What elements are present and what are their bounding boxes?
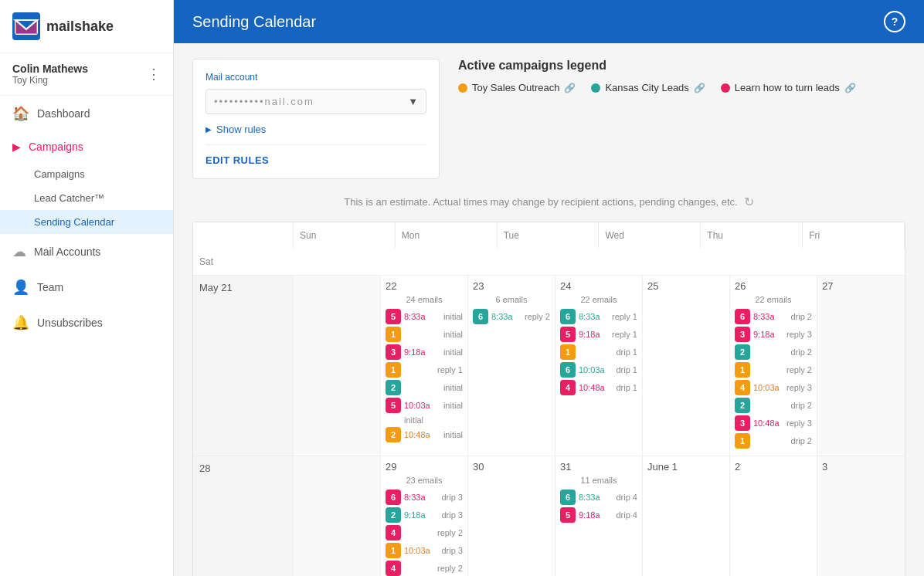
email-row: 1drip 2 bbox=[735, 433, 812, 449]
email-type: initial bbox=[443, 430, 463, 439]
legend-label-kansas-city: Kansas City Leads bbox=[605, 82, 688, 93]
legend-link-learn-how[interactable]: 🔗 bbox=[844, 83, 856, 93]
email-row: 1reply 2 bbox=[735, 362, 812, 378]
email-type: drip 2 bbox=[790, 401, 812, 410]
legend-title: Active campaigns legend bbox=[458, 59, 905, 73]
sidebar-item-sending-calendar[interactable]: Sending Calendar bbox=[0, 210, 173, 234]
col-header-sat: Sat bbox=[193, 249, 294, 275]
email-badge: 3 bbox=[735, 415, 750, 431]
col-header-empty bbox=[193, 222, 294, 249]
legend-label-toy-sales: Toy Sales Outreach bbox=[472, 82, 559, 93]
email-row: 59:18adrip 4 bbox=[560, 507, 637, 523]
sidebar-item-mail-accounts[interactable]: ☁ Mail Accounts bbox=[0, 234, 173, 269]
email-type: drip 2 bbox=[790, 312, 812, 321]
email-time: 8:33a bbox=[753, 312, 775, 321]
email-badge: 1 bbox=[735, 362, 750, 378]
email-badge: 5 bbox=[560, 327, 576, 342]
email-type: reply 3 bbox=[786, 383, 812, 392]
email-type: reply 1 bbox=[437, 365, 463, 374]
email-badge: 2 bbox=[386, 427, 401, 442]
email-badge: 5 bbox=[386, 309, 401, 324]
email-badge: 1 bbox=[386, 327, 401, 342]
email-count: 24 emails bbox=[386, 295, 463, 304]
col-header-tue: Tue bbox=[498, 222, 600, 249]
email-type: drip 4 bbox=[616, 510, 637, 520]
email-type: reply 2 bbox=[437, 528, 463, 537]
email-row: 68:33areply 1 bbox=[560, 309, 637, 324]
cal-day-june1: June 1 bbox=[643, 456, 730, 576]
day-number: 23 bbox=[473, 280, 550, 292]
calendar-week-1: May 21 22 24 emails 58:33ainitial 1initi… bbox=[193, 276, 905, 456]
day-number: 2 bbox=[735, 461, 812, 473]
email-type: initial bbox=[443, 312, 463, 321]
main-content: Sending Calendar ? Mail account ••••••••… bbox=[174, 0, 924, 576]
email-type: reply 1 bbox=[612, 312, 637, 321]
email-badge: 4 bbox=[735, 380, 750, 395]
email-badge: 3 bbox=[386, 344, 401, 360]
email-row: 68:33adrip 3 bbox=[386, 490, 463, 505]
sidebar-item-campaigns-sub[interactable]: Campaigns bbox=[0, 162, 173, 186]
sidebar-item-team[interactable]: 👤 Team bbox=[0, 269, 173, 305]
col-header-fri: Fri bbox=[803, 222, 905, 249]
page-title: Sending Calendar bbox=[192, 13, 316, 31]
sidebar-item-label: Mail Accounts bbox=[34, 246, 100, 258]
email-badge: 1 bbox=[386, 362, 401, 378]
sidebar-item-unsubscribes[interactable]: 🔔 Unsubscribes bbox=[0, 305, 173, 341]
sidebar-item-campaigns[interactable]: ▶ Campaigns bbox=[0, 131, 173, 162]
email-type: drip 3 bbox=[441, 546, 463, 555]
arrow-right-icon: ▶ bbox=[206, 125, 212, 134]
sidebar-item-lead-catcher[interactable]: Lead Catcher™ bbox=[0, 186, 173, 210]
email-row: 68:33areply 2 bbox=[473, 309, 550, 324]
email-type: drip 3 bbox=[441, 493, 463, 502]
day-number: 29 bbox=[386, 461, 463, 473]
sidebar: mailshake Colin Mathews Toy King ⋮ 🏠 Das… bbox=[0, 0, 174, 576]
email-time: 9:18a bbox=[404, 347, 426, 357]
legend-link-toy-sales[interactable]: 🔗 bbox=[564, 83, 576, 93]
email-time: 10:48a bbox=[753, 418, 780, 428]
nav-list: 🏠 Dashboard ▶ Campaigns Campaigns Lead C… bbox=[0, 96, 173, 341]
email-badge: 6 bbox=[473, 309, 488, 324]
email-row: 410:48adrip 1 bbox=[560, 380, 637, 395]
email-badge: 6 bbox=[560, 309, 576, 324]
mail-account-label: Mail account bbox=[206, 72, 426, 83]
email-time: 8:33a bbox=[579, 493, 600, 502]
sidebar-item-dashboard[interactable]: 🏠 Dashboard bbox=[0, 96, 173, 131]
email-type: initial bbox=[443, 383, 463, 392]
estimate-text: This is an estimate. Actual times may ch… bbox=[344, 196, 737, 208]
email-time: 8:33a bbox=[491, 312, 513, 321]
logo-text: mailshake bbox=[46, 19, 114, 35]
email-row: 2initial bbox=[386, 380, 463, 395]
day-number: 25 bbox=[647, 280, 725, 292]
cal-day-may21-sun bbox=[294, 276, 381, 456]
mailshake-logo-icon bbox=[12, 12, 40, 40]
user-menu-button[interactable]: ⋮ bbox=[147, 66, 161, 83]
email-time: 8:33a bbox=[579, 312, 600, 321]
edit-rules-button[interactable]: EDIT RULES bbox=[206, 144, 426, 166]
show-rules-toggle[interactable]: ▶ Show rules bbox=[206, 114, 426, 135]
col-header-thu: Thu bbox=[701, 222, 803, 249]
mail-account-select[interactable]: ••••••••••nail.com ▼ bbox=[206, 89, 426, 114]
email-badge: 4 bbox=[560, 380, 576, 395]
week-label-1: May 21 bbox=[193, 276, 294, 456]
cal-day-june3: 3 bbox=[817, 456, 905, 576]
top-section: Mail account ••••••••••nail.com ▼ ▶ Show… bbox=[192, 59, 905, 179]
email-time: 10:03a bbox=[404, 401, 430, 410]
cal-day-may29: 29 23 emails 68:33adrip 3 29:18adrip 3 4… bbox=[381, 456, 468, 576]
email-type: reply 1 bbox=[612, 330, 637, 339]
email-badge: 4 bbox=[386, 525, 401, 540]
refresh-icon[interactable]: ↻ bbox=[744, 195, 754, 209]
email-count: 11 emails bbox=[560, 476, 637, 485]
email-row: 310:48areply 3 bbox=[735, 415, 812, 431]
email-row: 610:03adrip 1 bbox=[560, 362, 637, 378]
email-row: 2drip 2 bbox=[735, 344, 812, 360]
email-time: 8:33a bbox=[404, 493, 426, 502]
help-button[interactable]: ? bbox=[884, 11, 905, 32]
calendar-header: Sun Mon Tue Wed Thu Fri Sat bbox=[193, 222, 905, 276]
show-rules-label: Show rules bbox=[216, 124, 266, 135]
legend-link-kansas-city[interactable]: 🔗 bbox=[694, 83, 705, 93]
legend-items: Toy Sales Outreach 🔗 Kansas City Leads 🔗… bbox=[458, 82, 905, 93]
user-company: Toy King bbox=[12, 75, 88, 86]
email-time: 9:18a bbox=[579, 510, 600, 520]
email-type: initial bbox=[404, 415, 423, 425]
day-number: 26 bbox=[735, 280, 812, 292]
